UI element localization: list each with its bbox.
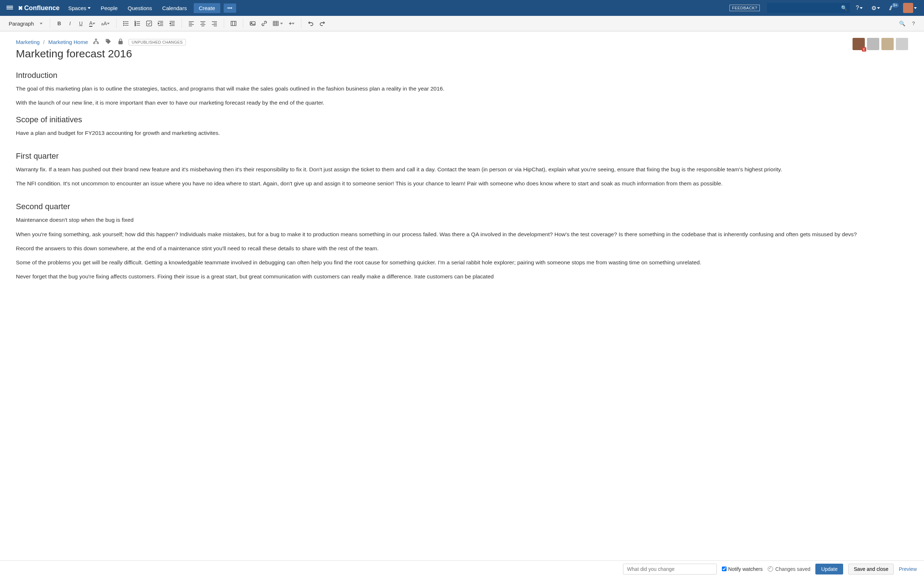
- body-paragraph[interactable]: Record the answers to this down somewher…: [16, 244, 908, 253]
- page-layout-button[interactable]: [228, 19, 239, 28]
- confluence-logo[interactable]: ✖ Confluence: [18, 4, 60, 12]
- insert-files-button[interactable]: [247, 19, 258, 28]
- nav-spaces[interactable]: Spaces: [65, 5, 94, 11]
- paragraph-style-select[interactable]: Paragraph: [6, 19, 45, 28]
- nav-questions[interactable]: Questions: [124, 5, 156, 11]
- svg-rect-38: [273, 21, 278, 26]
- insert-link-button[interactable]: [259, 19, 269, 28]
- editor-help-button[interactable]: ?: [909, 19, 918, 28]
- chevron-down-icon: [914, 7, 917, 9]
- editor-badge: E: [862, 47, 866, 52]
- body-paragraph[interactable]: With the launch of our new line, it is m…: [16, 98, 908, 107]
- svg-rect-33: [231, 21, 236, 26]
- help-button[interactable]: ?: [853, 5, 866, 11]
- svg-rect-44: [94, 43, 95, 44]
- collaborator-avatar-1[interactable]: E: [853, 38, 865, 50]
- find-replace-button[interactable]: 🔍: [897, 19, 908, 28]
- collaborator-avatar-2[interactable]: [867, 38, 879, 50]
- align-center-button[interactable]: [198, 19, 208, 28]
- body-paragraph[interactable]: The NFI condition. It's not uncommon to …: [16, 179, 908, 187]
- notifications-button[interactable]: 9+: [886, 5, 897, 11]
- heading-first-quarter[interactable]: First quarter: [16, 152, 908, 161]
- task-list-button[interactable]: [144, 19, 154, 28]
- settings-button[interactable]: ⚙: [868, 5, 883, 11]
- body-paragraph[interactable]: When you're fixing something, ask yourse…: [16, 230, 908, 239]
- create-button[interactable]: Create: [194, 3, 221, 13]
- feedback-button[interactable]: FEEDBACK?: [729, 5, 760, 11]
- align-left-button[interactable]: [186, 19, 196, 28]
- insert-table-button[interactable]: [271, 19, 285, 28]
- body-paragraph[interactable]: Some of the problems you get will be rea…: [16, 258, 908, 266]
- nav-people[interactable]: People: [97, 5, 121, 11]
- svg-rect-43: [95, 39, 97, 40]
- italic-button[interactable]: I: [65, 19, 75, 28]
- more-formatting-button[interactable]: aA: [99, 19, 112, 28]
- search-icon: 🔍: [841, 5, 847, 11]
- chevron-down-icon: [40, 23, 43, 24]
- body-paragraph[interactable]: Have a plan and budget for FY2013 accoun…: [16, 129, 908, 137]
- collaborator-avatar-4[interactable]: [896, 38, 908, 50]
- svg-text:3: 3: [135, 24, 136, 26]
- svg-rect-45: [97, 43, 99, 44]
- redo-button[interactable]: [317, 19, 327, 28]
- body-paragraph[interactable]: Never forget that the bug you're fixing …: [16, 272, 908, 280]
- undo-button[interactable]: [306, 19, 316, 28]
- collaborator-avatar-3[interactable]: [881, 38, 894, 50]
- chevron-down-icon: [88, 7, 90, 9]
- underline-button[interactable]: U: [76, 19, 86, 28]
- heading-scope[interactable]: Scope of initiatives: [16, 115, 908, 124]
- breadcrumb-parent[interactable]: Marketing Home: [48, 39, 88, 45]
- svg-rect-12: [147, 21, 152, 26]
- svg-rect-51: [119, 41, 122, 44]
- quick-search-input[interactable]: [767, 3, 850, 13]
- app-switcher[interactable]: [4, 3, 15, 13]
- unpublished-changes-badge: UNPUBLISHED CHANGES: [129, 39, 186, 45]
- profile-menu[interactable]: [900, 3, 920, 13]
- body-paragraph[interactable]: The goal of this marketing plan is to ou…: [16, 84, 908, 93]
- heading-introduction[interactable]: Introduction: [16, 71, 908, 80]
- svg-point-0: [123, 21, 124, 22]
- body-paragraph[interactable]: Warranty fix. If a team has pushed out t…: [16, 165, 908, 174]
- confluence-logo-text: Confluence: [24, 4, 60, 12]
- chevron-down-icon: [877, 7, 880, 9]
- text-color-button[interactable]: A: [87, 18, 97, 29]
- confluence-logo-icon: ✖: [18, 5, 23, 11]
- restrictions-icon[interactable]: [116, 39, 125, 45]
- svg-point-50: [106, 40, 107, 41]
- indent-button[interactable]: [167, 19, 177, 28]
- bullet-list-button[interactable]: [121, 19, 131, 28]
- nav-calendars[interactable]: Calendars: [158, 5, 190, 11]
- labels-icon[interactable]: [104, 39, 113, 45]
- more-actions-button[interactable]: •••: [223, 3, 236, 13]
- align-right-button[interactable]: [209, 19, 220, 28]
- page-title[interactable]: Marketing forecast 2016: [16, 48, 908, 60]
- body-paragraph[interactable]: Maintenance doesn't stop when the bug is…: [16, 216, 908, 224]
- outdent-button[interactable]: [155, 19, 166, 28]
- chevron-down-icon: [860, 7, 863, 9]
- heading-second-quarter[interactable]: Second quarter: [16, 202, 908, 211]
- svg-point-2: [123, 23, 124, 24]
- breadcrumb-space[interactable]: Marketing: [16, 39, 40, 45]
- page-tree-icon[interactable]: [92, 39, 100, 45]
- breadcrumb-separator: /: [43, 39, 45, 45]
- bold-button[interactable]: B: [55, 19, 64, 28]
- user-avatar: [903, 3, 913, 13]
- svg-point-4: [123, 25, 124, 26]
- insert-more-button[interactable]: +: [287, 19, 297, 28]
- notifications-badge: 9+: [892, 3, 899, 8]
- numbered-list-button[interactable]: 123: [132, 19, 142, 28]
